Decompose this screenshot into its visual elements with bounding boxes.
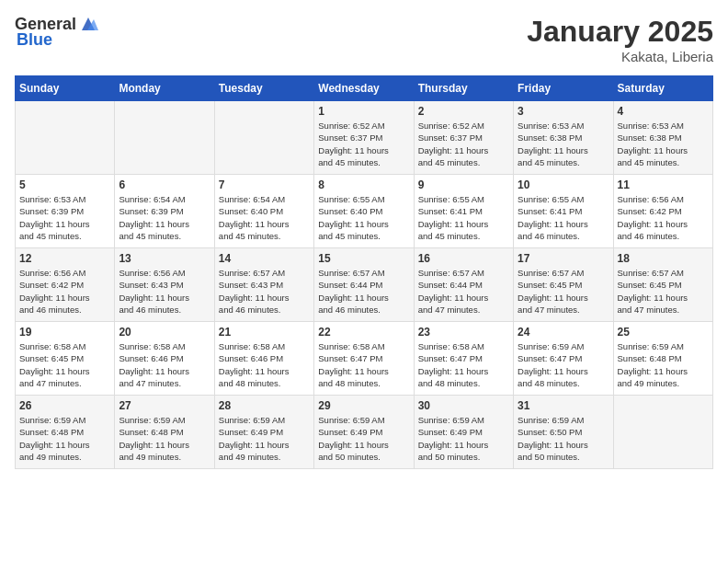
calendar-cell: 29Sunrise: 6:59 AM Sunset: 6:49 PM Dayli…: [314, 396, 414, 469]
day-info: Sunrise: 6:57 AM Sunset: 6:44 PM Dayligh…: [418, 267, 509, 316]
day-number: 19: [19, 326, 110, 339]
calendar-cell: 23Sunrise: 6:58 AM Sunset: 6:47 PM Dayli…: [414, 322, 513, 396]
calendar-cell: 7Sunrise: 6:54 AM Sunset: 6:40 PM Daylig…: [214, 175, 313, 248]
weekday-header: Friday: [514, 76, 613, 101]
calendar-week-row: 5Sunrise: 6:53 AM Sunset: 6:39 PM Daylig…: [16, 175, 713, 248]
day-info: Sunrise: 6:59 AM Sunset: 6:49 PM Dayligh…: [418, 414, 509, 463]
calendar-cell: 11Sunrise: 6:56 AM Sunset: 6:42 PM Dayli…: [613, 175, 712, 248]
calendar-cell: 27Sunrise: 6:59 AM Sunset: 6:48 PM Dayli…: [115, 396, 214, 469]
calendar-cell: [214, 101, 313, 175]
day-info: Sunrise: 6:56 AM Sunset: 6:43 PM Dayligh…: [119, 267, 210, 316]
day-number: 23: [418, 326, 509, 339]
calendar-cell: 25Sunrise: 6:59 AM Sunset: 6:48 PM Dayli…: [613, 322, 712, 396]
day-number: 18: [618, 252, 709, 265]
day-info: Sunrise: 6:54 AM Sunset: 6:40 PM Dayligh…: [219, 193, 310, 242]
day-number: 7: [219, 178, 310, 191]
weekday-header: Wednesday: [314, 76, 414, 101]
day-info: Sunrise: 6:58 AM Sunset: 6:47 PM Dayligh…: [318, 340, 409, 389]
calendar-cell: 5Sunrise: 6:53 AM Sunset: 6:39 PM Daylig…: [16, 175, 115, 248]
day-info: Sunrise: 6:58 AM Sunset: 6:46 PM Dayligh…: [119, 340, 210, 389]
day-number: 16: [418, 252, 509, 265]
day-number: 29: [318, 399, 409, 412]
calendar-cell: 12Sunrise: 6:56 AM Sunset: 6:42 PM Dayli…: [16, 248, 115, 322]
calendar-cell: 15Sunrise: 6:57 AM Sunset: 6:44 PM Dayli…: [314, 248, 414, 322]
day-number: 11: [618, 178, 709, 191]
calendar-cell: 16Sunrise: 6:57 AM Sunset: 6:44 PM Dayli…: [414, 248, 513, 322]
day-info: Sunrise: 6:58 AM Sunset: 6:45 PM Dayligh…: [19, 340, 110, 389]
day-info: Sunrise: 6:59 AM Sunset: 6:48 PM Dayligh…: [19, 414, 110, 463]
calendar-cell: 10Sunrise: 6:55 AM Sunset: 6:41 PM Dayli…: [514, 175, 613, 248]
weekday-header: Thursday: [414, 76, 513, 101]
calendar-cell: 30Sunrise: 6:59 AM Sunset: 6:49 PM Dayli…: [414, 396, 513, 469]
day-number: 13: [119, 252, 210, 265]
day-info: Sunrise: 6:53 AM Sunset: 6:38 PM Dayligh…: [518, 120, 609, 168]
day-info: Sunrise: 6:59 AM Sunset: 6:49 PM Dayligh…: [318, 414, 409, 463]
calendar-cell: 22Sunrise: 6:58 AM Sunset: 6:47 PM Dayli…: [314, 322, 414, 396]
calendar-cell: [16, 101, 115, 175]
calendar-cell: 3Sunrise: 6:53 AM Sunset: 6:38 PM Daylig…: [514, 101, 613, 175]
calendar-cell: 13Sunrise: 6:56 AM Sunset: 6:43 PM Dayli…: [115, 248, 214, 322]
day-info: Sunrise: 6:57 AM Sunset: 6:43 PM Dayligh…: [219, 267, 310, 316]
calendar-cell: 28Sunrise: 6:59 AM Sunset: 6:49 PM Dayli…: [214, 396, 313, 469]
day-number: 28: [219, 399, 310, 412]
month-title: January 2025: [527, 15, 713, 49]
day-number: 30: [418, 399, 509, 412]
day-info: Sunrise: 6:59 AM Sunset: 6:48 PM Dayligh…: [618, 340, 709, 389]
calendar-cell: 21Sunrise: 6:58 AM Sunset: 6:46 PM Dayli…: [214, 322, 313, 396]
title-block: January 2025 Kakata, Liberia: [527, 15, 713, 64]
calendar-cell: [115, 101, 214, 175]
day-number: 9: [418, 178, 509, 191]
day-info: Sunrise: 6:57 AM Sunset: 6:44 PM Dayligh…: [318, 267, 409, 316]
calendar-week-row: 12Sunrise: 6:56 AM Sunset: 6:42 PM Dayli…: [16, 248, 713, 322]
calendar-cell: 6Sunrise: 6:54 AM Sunset: 6:39 PM Daylig…: [115, 175, 214, 248]
day-number: 6: [119, 178, 210, 191]
calendar-cell: [613, 396, 712, 469]
logo-blue: Blue: [17, 30, 52, 50]
day-info: Sunrise: 6:57 AM Sunset: 6:45 PM Dayligh…: [518, 267, 609, 316]
location-title: Kakata, Liberia: [527, 49, 713, 64]
calendar-cell: 17Sunrise: 6:57 AM Sunset: 6:45 PM Dayli…: [514, 248, 613, 322]
calendar-cell: 8Sunrise: 6:55 AM Sunset: 6:40 PM Daylig…: [314, 175, 414, 248]
calendar-cell: 1Sunrise: 6:52 AM Sunset: 6:37 PM Daylig…: [314, 101, 414, 175]
day-number: 25: [618, 326, 709, 339]
day-info: Sunrise: 6:55 AM Sunset: 6:41 PM Dayligh…: [418, 193, 509, 242]
calendar-week-row: 26Sunrise: 6:59 AM Sunset: 6:48 PM Dayli…: [16, 396, 713, 469]
day-number: 12: [19, 252, 110, 265]
calendar-week-row: 19Sunrise: 6:58 AM Sunset: 6:45 PM Dayli…: [16, 322, 713, 396]
day-info: Sunrise: 6:52 AM Sunset: 6:37 PM Dayligh…: [418, 120, 509, 168]
weekday-header: Tuesday: [214, 76, 313, 101]
day-number: 17: [518, 252, 609, 265]
day-info: Sunrise: 6:53 AM Sunset: 6:38 PM Dayligh…: [618, 120, 709, 168]
day-info: Sunrise: 6:56 AM Sunset: 6:42 PM Dayligh…: [618, 193, 709, 242]
day-info: Sunrise: 6:55 AM Sunset: 6:40 PM Dayligh…: [318, 193, 409, 242]
day-info: Sunrise: 6:57 AM Sunset: 6:45 PM Dayligh…: [618, 267, 709, 316]
day-info: Sunrise: 6:58 AM Sunset: 6:46 PM Dayligh…: [219, 340, 310, 389]
calendar-cell: 14Sunrise: 6:57 AM Sunset: 6:43 PM Dayli…: [214, 248, 313, 322]
day-number: 31: [518, 399, 609, 412]
calendar-cell: 20Sunrise: 6:58 AM Sunset: 6:46 PM Dayli…: [115, 322, 214, 396]
calendar-cell: 4Sunrise: 6:53 AM Sunset: 6:38 PM Daylig…: [613, 101, 712, 175]
day-number: 10: [518, 178, 609, 191]
day-number: 21: [219, 326, 310, 339]
day-info: Sunrise: 6:59 AM Sunset: 6:50 PM Dayligh…: [518, 414, 609, 463]
logo: General Blue: [15, 15, 98, 50]
page-header: General Blue January 2025 Kakata, Liberi…: [15, 15, 713, 64]
day-number: 8: [318, 178, 409, 191]
weekday-header: Monday: [115, 76, 214, 101]
day-number: 20: [119, 326, 210, 339]
calendar-week-row: 1Sunrise: 6:52 AM Sunset: 6:37 PM Daylig…: [16, 101, 713, 175]
calendar-cell: 18Sunrise: 6:57 AM Sunset: 6:45 PM Dayli…: [613, 248, 712, 322]
calendar-table: SundayMondayTuesdayWednesdayThursdayFrid…: [15, 75, 713, 469]
day-info: Sunrise: 6:54 AM Sunset: 6:39 PM Dayligh…: [119, 193, 210, 242]
day-info: Sunrise: 6:59 AM Sunset: 6:48 PM Dayligh…: [119, 414, 210, 463]
day-number: 26: [19, 399, 110, 412]
day-number: 1: [318, 105, 409, 118]
calendar-cell: 9Sunrise: 6:55 AM Sunset: 6:41 PM Daylig…: [414, 175, 513, 248]
calendar-cell: 19Sunrise: 6:58 AM Sunset: 6:45 PM Dayli…: [16, 322, 115, 396]
calendar-cell: 26Sunrise: 6:59 AM Sunset: 6:48 PM Dayli…: [16, 396, 115, 469]
calendar-cell: 24Sunrise: 6:59 AM Sunset: 6:47 PM Dayli…: [514, 322, 613, 396]
day-info: Sunrise: 6:59 AM Sunset: 6:47 PM Dayligh…: [518, 340, 609, 389]
logo-icon: [78, 14, 98, 34]
day-number: 22: [318, 326, 409, 339]
day-info: Sunrise: 6:58 AM Sunset: 6:47 PM Dayligh…: [418, 340, 509, 389]
